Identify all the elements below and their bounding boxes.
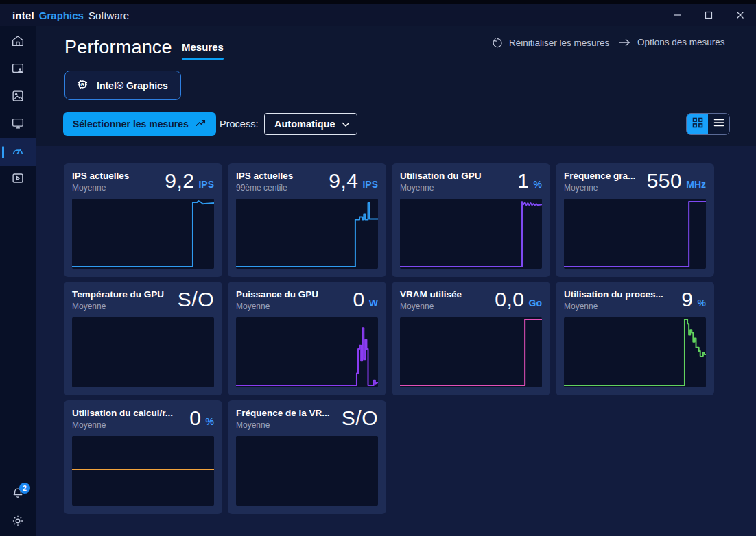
metric-card: VRAM utiliséeMoyenne0,0Go	[392, 282, 550, 395]
metric-sparkline	[400, 317, 542, 387]
view-toggle	[686, 113, 730, 135]
metric-value: 0,0Go	[495, 288, 542, 311]
metric-title: Puissance du GPU	[236, 289, 318, 300]
home-icon	[10, 34, 25, 51]
metric-value: 0%	[189, 406, 214, 430]
arrow-right-icon	[618, 38, 631, 47]
process-dropdown[interactable]: Automatique	[264, 113, 357, 135]
metric-subtitle: Moyenne	[72, 302, 164, 311]
metric-titles: Utilisation du GPUMoyenne	[400, 171, 482, 193]
metric-value-unit: IPS	[198, 179, 214, 190]
metric-value-number: S/O	[178, 288, 214, 311]
metric-subtitle: Moyenne	[564, 183, 635, 193]
metric-title: Fréquence gra...	[564, 171, 635, 181]
metric-card-header: Puissance du GPUMoyenne0W	[236, 289, 378, 311]
metric-value-unit: W	[369, 297, 378, 308]
metric-card-header: Fréquence gra...Moyenne550MHz	[564, 171, 706, 193]
metric-value-number: 0	[189, 406, 201, 430]
notifications-button[interactable]: 2	[0, 481, 36, 509]
metric-card: Utilisation du GPUMoyenne1%	[392, 163, 550, 277]
minimize-button[interactable]	[661, 4, 693, 26]
metric-title: Température du GPU	[72, 289, 164, 300]
trending-up-icon	[195, 118, 206, 130]
metric-title: IPS actuelles	[236, 171, 293, 181]
apps-icon	[10, 61, 25, 79]
metric-value: 550MHz	[647, 169, 706, 193]
metric-value-unit: Go	[529, 297, 542, 308]
sidebar-item-home[interactable]	[0, 29, 36, 56]
metric-sparkline	[564, 199, 706, 269]
metric-sparkline	[236, 436, 378, 506]
sidebar-item-media[interactable]	[0, 84, 36, 111]
metric-titles: IPS actuellesMoyenne	[72, 171, 129, 193]
chevron-down-icon	[342, 119, 350, 130]
metric-sparkline	[564, 317, 706, 387]
app-brand: intel Graphics Software	[0, 10, 129, 21]
metric-value: 1%	[517, 169, 542, 193]
reset-icon	[491, 37, 503, 49]
close-button[interactable]	[724, 4, 756, 26]
metric-card-header: Utilisation du GPUMoyenne1%	[400, 171, 542, 193]
metric-value-number: 0	[353, 288, 365, 311]
metric-sparkline	[400, 199, 542, 269]
list-view-button[interactable]	[708, 114, 729, 134]
grid-view-icon	[692, 117, 703, 131]
metric-card-header: Fréquence de la VR...MoyenneS/O	[236, 408, 378, 430]
metric-card-header: IPS actuelles99ème centile9,4IPS	[236, 171, 378, 193]
metric-sparkline	[72, 436, 214, 506]
maximize-button[interactable]	[693, 4, 724, 26]
measure-options-button[interactable]: Options des mesures	[618, 37, 725, 47]
metric-card-header: Utilisation du calcul/r...Moyenne0%	[72, 408, 214, 430]
metric-titles: IPS actuelles99ème centile	[236, 171, 293, 193]
metric-card: Température du GPUMoyenneS/O	[64, 282, 222, 395]
brand-software: Software	[88, 10, 129, 21]
grid-view-button[interactable]	[687, 114, 708, 134]
gpu-chip-icon: G	[75, 77, 90, 94]
metric-title: Fréquence de la VR...	[236, 408, 330, 418]
sidebar-item-capture[interactable]	[0, 166, 36, 193]
tab-mesures[interactable]: Mesures	[182, 41, 224, 60]
metric-sparkline	[72, 317, 214, 387]
notification-badge: 2	[19, 483, 30, 494]
metric-titles: Utilisation du proces...Moyenne	[564, 289, 663, 311]
device-selector-button[interactable]: G Intel® Graphics	[64, 71, 181, 100]
process-value: Automatique	[274, 119, 335, 130]
sidebar-item-apps[interactable]	[0, 56, 36, 84]
sidebar-item-display[interactable]	[0, 111, 36, 138]
metric-value-number: 1	[517, 169, 529, 193]
metric-value-unit: %	[698, 297, 706, 308]
sidebar-item-performance[interactable]	[0, 138, 36, 166]
metric-value-number: 0,0	[495, 288, 524, 311]
video-icon	[10, 171, 25, 188]
process-label: Process:	[220, 119, 258, 130]
metric-title: VRAM utilisée	[400, 289, 462, 300]
options-label: Options des mesures	[637, 37, 725, 47]
metric-value-unit: %	[206, 416, 214, 427]
reset-label: Réinitialiser les mesures	[509, 38, 609, 48]
metric-subtitle: Moyenne	[400, 302, 462, 311]
metric-value-unit: MHz	[686, 179, 706, 190]
image-icon	[10, 88, 25, 106]
metric-value: 0W	[353, 288, 378, 311]
metric-value: S/O	[178, 288, 214, 311]
metric-titles: Fréquence gra...Moyenne	[564, 171, 635, 193]
settings-button[interactable]	[0, 509, 36, 536]
metric-value: 9,4IPS	[329, 169, 378, 193]
metric-title: Utilisation du calcul/r...	[72, 408, 173, 418]
metric-value: 9,2IPS	[165, 169, 214, 193]
performance-icon	[10, 143, 25, 161]
metric-card-header: IPS actuellesMoyenne9,2IPS	[72, 171, 214, 193]
metric-card-header: Utilisation du proces...Moyenne9%	[564, 289, 706, 311]
page-title: Performance	[64, 37, 172, 58]
metric-value-number: 550	[647, 169, 683, 193]
reset-measures-button[interactable]: Réinitialiser les mesures	[491, 37, 609, 49]
metric-subtitle: Moyenne	[564, 302, 663, 311]
metric-card-header: Température du GPUMoyenneS/O	[72, 289, 214, 311]
svg-text:G: G	[80, 82, 84, 87]
metric-value-unit: %	[534, 179, 542, 190]
metric-subtitle: Moyenne	[72, 183, 129, 193]
metric-title: IPS actuelles	[72, 171, 129, 181]
select-measures-button[interactable]: Sélectionner les mesures	[63, 112, 216, 136]
metric-sparkline	[236, 199, 378, 269]
titlebar: intel Graphics Software	[0, 4, 756, 26]
